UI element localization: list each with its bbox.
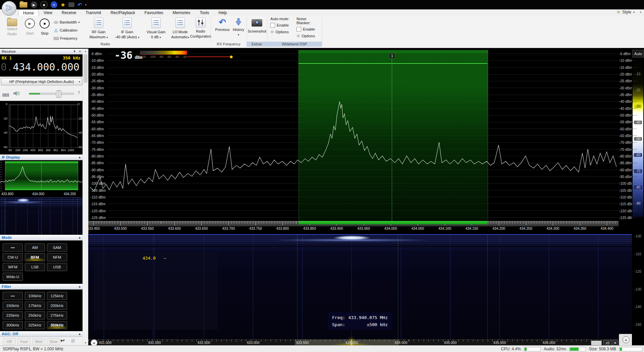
keyboard-entry-icon[interactable] (591, 341, 602, 345)
menu-tab[interactable]: Transmit (81, 9, 106, 16)
filter-button[interactable]: 200kHz (47, 302, 67, 310)
camera-icon[interactable] (68, 2, 74, 7)
audio-device-select[interactable]: HP (Périphérique High Definition Audio) … (1, 78, 82, 85)
filter-button[interactable]: 275kHz (47, 311, 67, 319)
levels-icon[interactable] (3, 91, 9, 97)
agc-header[interactable]: AGC: Off ▲ (0, 331, 83, 337)
mode-button[interactable]: NFM (47, 253, 67, 261)
volume-slider[interactable] (29, 93, 74, 95)
if-display-collapse-icon[interactable]: ▲ (78, 155, 81, 160)
filter-button[interactable]: ••• (3, 292, 23, 300)
frequency-readout[interactable]: 0.434.000.000 (1, 61, 79, 73)
scale-right-icon[interactable]: ▶ (613, 340, 618, 346)
mode-button[interactable]: BFM (25, 253, 45, 261)
filter-button[interactable]: 150kHz (3, 302, 23, 310)
mode-header[interactable]: Mode ▲ (0, 235, 83, 240)
mode-button[interactable]: USB (47, 263, 67, 271)
filter-header[interactable]: Filter ▲ (0, 284, 83, 290)
mode-button[interactable]: ••• (3, 244, 23, 252)
noise-blanker-checkbox[interactable] (297, 27, 301, 32)
receive-close-icon[interactable]: ✕ (78, 49, 81, 54)
favourite-star-icon[interactable]: ★ (60, 1, 65, 8)
start-button[interactable]: ▶ Start (23, 17, 37, 36)
mode-button[interactable]: AM (25, 244, 45, 252)
open-folder-icon[interactable] (19, 2, 28, 8)
mode-button[interactable]: WFM (3, 263, 23, 271)
menu-tab[interactable]: Memories (168, 9, 195, 16)
mode-button[interactable]: Wide-U (3, 273, 23, 281)
filter-button[interactable]: 225kHz (3, 311, 23, 319)
noise-blanker-enable[interactable]: Enable (297, 27, 321, 32)
noise-blanker-options-button[interactable]: ⚙Options (297, 34, 321, 38)
agc-button[interactable]: Med (32, 338, 45, 345)
filter-button[interactable]: 350kHz (47, 321, 67, 329)
agc-button[interactable]: Slow (47, 338, 60, 345)
mode-button[interactable]: LSB (25, 263, 45, 271)
rf-spectrum-display[interactable]: -5 dBm-10 dBm-15 dBm-20 dBm-25 dBm-30 dB… (88, 49, 632, 233)
ribbon-collapse-icon[interactable]: ▾ (640, 11, 641, 14)
bandwidth-button[interactable]: Bandwidth ▾ (54, 19, 79, 26)
rf-gain-button[interactable]: RF Gain Maximum ▾ (87, 17, 111, 40)
scroll-up-icon[interactable]: ▲ (83, 49, 88, 54)
auto-mute-enable[interactable]: Enable (270, 23, 294, 28)
agc-back-icon[interactable]: ↩ (60, 338, 65, 344)
waterfall-display[interactable]: 434.0 – Freq:433.940.075 MHz Span:±500 k… (88, 234, 632, 340)
filter-button[interactable]: 300kHz (3, 321, 23, 329)
scrollbar-thumb[interactable] (84, 54, 88, 83)
if-waterfall[interactable] (0, 197, 83, 235)
filter-button[interactable]: 100kHz (25, 292, 45, 300)
screenshot-button[interactable]: Screenshot (248, 17, 266, 34)
filter-button[interactable]: 175kHz (25, 302, 45, 310)
agc-button[interactable]: Fast (17, 338, 31, 345)
rx-marker[interactable]: 1 (389, 53, 395, 59)
speaker-icon[interactable] (13, 90, 20, 98)
stop-button[interactable]: ■ Stop (38, 17, 52, 36)
filter-button[interactable]: 250kHz (25, 311, 45, 319)
app-menu-button[interactable] (2, 1, 16, 16)
history-button[interactable]: History ▾ (231, 17, 246, 37)
agc-collapse-icon[interactable]: ▲ (78, 331, 81, 337)
auto-mute-options-button[interactable]: ⚙Options (270, 30, 294, 34)
full-span-scale[interactable]: 431.500432.000432.500433.000433.500434.0… (88, 339, 618, 346)
filter-button[interactable]: 125kHz (47, 292, 67, 300)
menu-tab[interactable]: Tools (195, 9, 214, 16)
select-radio-button[interactable]: Select Radio (3, 17, 21, 36)
auto-mute-checkbox[interactable] (270, 23, 275, 28)
mode-collapse-icon[interactable]: ▲ (78, 235, 81, 240)
volume-slider-thumb[interactable] (56, 90, 61, 98)
visual-gain-button[interactable]: Visual Gain 0 dB ▾ (144, 17, 168, 40)
play-icon[interactable]: ▶ (31, 1, 37, 8)
menu-tab[interactable]: Rec/Playback (106, 9, 140, 16)
qat-caret-icon[interactable]: ▾ (85, 3, 87, 6)
previous-button[interactable]: ↶ Previous (214, 17, 231, 32)
agc-button[interactable]: Off (3, 338, 16, 345)
menu-tab[interactable]: Home (18, 9, 39, 16)
filter-collapse-icon[interactable]: ▲ (78, 284, 81, 290)
receive-panel-header[interactable]: Receive ▼✕ (0, 49, 83, 54)
undo-icon[interactable]: ↶ (77, 2, 82, 8)
agc-panel-icon[interactable]: ▤ (71, 338, 75, 343)
radio-configuration-button[interactable]: Radio Configuration (191, 17, 210, 39)
if-display-header[interactable]: IF Display ▲ (0, 155, 83, 160)
mode-button[interactable]: SAM (47, 244, 67, 252)
style-menu[interactable]: ⚙ Style ▾ ▾ (617, 10, 641, 14)
frequency-button[interactable]: Frequency (54, 35, 77, 42)
zoom-x5-button[interactable]: x5 (603, 340, 612, 346)
menu-tab[interactable]: Receive (57, 9, 81, 16)
signal-meter-value: -36 (114, 49, 132, 61)
menu-tab[interactable]: Help (214, 9, 232, 16)
mode-button[interactable]: CW-U (3, 253, 23, 261)
add-icon[interactable]: + (51, 1, 57, 8)
stop-icon[interactable]: ■ (40, 1, 48, 8)
calibration-button[interactable]: Calibration (54, 27, 77, 34)
scroll-right-button[interactable]: » (623, 336, 630, 343)
receive-collapse-icon[interactable]: ▼ (73, 49, 76, 54)
filter-button[interactable]: 325kHz (25, 321, 45, 329)
left-panel-scrollbar[interactable]: ▲ ▼ (83, 49, 88, 345)
lo-mode-button[interactable]: LO Mode Automatic▾ (170, 17, 191, 40)
if-gain-button[interactable]: IF Gain -40 dB (Auto) ▾ (113, 17, 142, 40)
menu-tab[interactable]: View (39, 9, 57, 16)
rx-filter-band-bottom[interactable] (299, 221, 487, 224)
menu-tab[interactable]: Favourites (140, 9, 168, 16)
frequency-label: 434.100 (431, 226, 459, 232)
